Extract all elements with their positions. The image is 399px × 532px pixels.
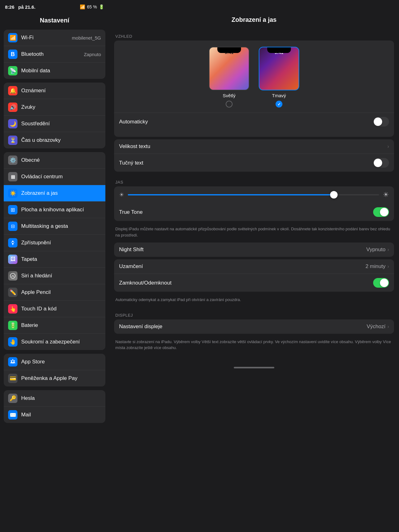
sidebar-item-pencil[interactable]: ✏️ Apple Pencil bbox=[4, 284, 105, 301]
sidebar-item-value: Zapnuto bbox=[84, 52, 101, 57]
bluetooth-icon: B bbox=[8, 50, 17, 59]
moon-icon: 🌙 bbox=[8, 119, 17, 128]
scroll-indicator bbox=[234, 367, 274, 368]
notch bbox=[217, 47, 241, 53]
appstore-icon bbox=[8, 357, 17, 367]
light-radio-circle bbox=[226, 101, 233, 108]
lock-row[interactable]: Uzamčení 2 minuty › bbox=[114, 259, 394, 274]
appearance-option-dark[interactable]: 9:41 Tmavý bbox=[259, 47, 299, 108]
true-tone-knob bbox=[380, 208, 388, 216]
antenna-icon: 📡 bbox=[8, 66, 17, 75]
auto-toggle-knob bbox=[374, 117, 382, 126]
lock-toggle-knob bbox=[380, 279, 388, 287]
sidebar-item-soustredeni[interactable]: 🌙 Soustředění bbox=[4, 116, 105, 132]
sidebar-item-bluetooth[interactable]: B Bluetooth Zapnuto bbox=[4, 46, 105, 63]
sidebar-item-label: Hesla bbox=[21, 395, 101, 401]
battery-icon: 🔋 bbox=[8, 321, 17, 330]
sidebar-item-zobrazeni[interactable]: ☀️ Zobrazení a jas bbox=[4, 185, 105, 202]
text-card: Velikost textu › Tučný text bbox=[114, 139, 394, 172]
sidebar-item-value: mobilenet_5G bbox=[72, 35, 101, 41]
key-icon: 🔑 bbox=[8, 394, 17, 403]
sidebar-item-mobile[interactable]: 📡 Mobilní data bbox=[4, 63, 105, 79]
status-bar: 8:26 på 21.6. 📶 65 % 🔋 bbox=[0, 0, 109, 14]
mail-icon: ✉️ bbox=[8, 410, 17, 419]
display-desc: Nastavte si zobrazení na iPadu. Výběrem … bbox=[109, 336, 399, 355]
sidebar-item-hesla[interactable]: 🔑 Hesla bbox=[4, 390, 105, 407]
appearance-option-light[interactable]: 9:41 Světlý bbox=[209, 47, 249, 108]
battery-icon: 65 % bbox=[87, 4, 97, 9]
wallet-icon: 💳 bbox=[8, 374, 17, 383]
dark-label: Tmavý bbox=[272, 93, 286, 98]
sidebar-item-zpristupneni[interactable]: Zpřístupnění bbox=[4, 235, 105, 251]
auto-row: Automaticky bbox=[114, 113, 394, 131]
sidebar-group-notifications: 🔔 Oznámení 🔊 Zvuky 🌙 Soustředění ⏳ Čas u… bbox=[4, 83, 105, 148]
sidebar-item-label: Zvuky bbox=[21, 104, 101, 110]
sidebar-item-penezenka[interactable]: 💳 Peněženka a Apple Pay bbox=[4, 370, 105, 386]
panel-title: Zobrazení a jas bbox=[109, 0, 399, 28]
sidebar-item-multitasking[interactable]: ⊟ Multitasking a gesta bbox=[4, 218, 105, 235]
brightness-row: ☀ ☀ bbox=[114, 186, 394, 203]
sidebar-item-label: Baterie bbox=[21, 322, 101, 328]
section-label-jas: JAS bbox=[109, 174, 399, 186]
sidebar-item-cas[interactable]: ⏳ Čas u obrazovky bbox=[4, 132, 105, 148]
sidebar-item-label: Plocha a knihovna aplikací bbox=[21, 207, 101, 213]
sidebar-item-tapeta[interactable]: 🖼 Tapeta bbox=[4, 251, 105, 268]
light-preview: 9:41 bbox=[209, 47, 249, 90]
wallpaper-icon: 🖼 bbox=[8, 255, 17, 264]
true-tone-label: True Tone bbox=[119, 209, 143, 215]
display-settings-row[interactable]: Nastavení displeje Výchozí › bbox=[114, 319, 394, 334]
auto-toggle[interactable] bbox=[373, 117, 389, 127]
sidebar-item-oznameni[interactable]: 🔔 Oznámení bbox=[4, 83, 105, 99]
brightness-card: ☀ ☀ True Tone bbox=[114, 186, 394, 221]
sidebar: 8:26 på 21.6. 📶 65 % 🔋 Nastavení 📶 Wi-Fi… bbox=[0, 0, 109, 532]
sidebar-item-plocha[interactable]: ⊞ Plocha a knihovna aplikací bbox=[4, 202, 105, 218]
sidebar-item-touchid[interactable]: 👆 Touch ID a kód bbox=[4, 301, 105, 317]
true-tone-toggle[interactable] bbox=[373, 207, 389, 217]
auto-label: Automaticky bbox=[119, 119, 148, 125]
sidebar-item-label: Apple Pencil bbox=[21, 289, 101, 295]
section-label-vzhled: VZHLED bbox=[109, 28, 399, 41]
chevron-icon: › bbox=[387, 264, 389, 269]
sidebar-item-appstore[interactable]: App Store bbox=[4, 354, 105, 370]
chevron-icon: › bbox=[387, 144, 389, 149]
sidebar-item-label: Wi-Fi bbox=[21, 35, 68, 41]
sidebar-item-label: Siri a hledání bbox=[21, 273, 101, 279]
toggle-icon: ▤ bbox=[8, 172, 17, 181]
brightness-thumb[interactable] bbox=[330, 191, 338, 199]
text-size-label: Velikost textu bbox=[119, 143, 150, 150]
brightness-slider[interactable] bbox=[128, 194, 379, 195]
dark-radio[interactable] bbox=[276, 101, 282, 108]
sidebar-item-label: Ovládací centrum bbox=[21, 174, 101, 180]
chevron-icon: › bbox=[387, 324, 389, 329]
appearance-options: 9:41 Světlý 9:41 Tmavý bbox=[120, 47, 388, 108]
wifi-icon: 📶 bbox=[8, 33, 17, 42]
sidebar-item-obecne[interactable]: ⚙️ Obecné bbox=[4, 152, 105, 169]
night-shift-value: Vypnuto › bbox=[366, 247, 389, 253]
sidebar-item-ovladaci[interactable]: ▤ Ovládací centrum bbox=[4, 169, 105, 185]
sidebar-item-label: Soustředění bbox=[21, 121, 101, 127]
sidebar-item-label: Peněženka a Apple Pay bbox=[21, 375, 101, 381]
text-size-row[interactable]: Velikost textu › bbox=[114, 139, 394, 154]
true-tone-row: True Tone bbox=[114, 203, 394, 221]
sidebar-item-zvuky[interactable]: 🔊 Zvuky bbox=[4, 99, 105, 116]
sidebar-item-mail[interactable]: ✉️ Mail bbox=[4, 407, 105, 423]
sun-large-icon: ☀ bbox=[383, 191, 389, 199]
light-radio[interactable] bbox=[226, 101, 233, 108]
section-label-displej: DISPLEJ bbox=[109, 307, 399, 319]
sidebar-item-wifi[interactable]: 📶 Wi-Fi mobilenet_5G bbox=[4, 30, 105, 46]
access-icon bbox=[8, 238, 17, 247]
sidebar-item-label: Bluetooth bbox=[21, 51, 80, 57]
sidebar-item-label: Zobrazení a jas bbox=[21, 190, 101, 196]
bold-toggle-knob bbox=[374, 159, 382, 167]
battery-fill-icon: 🔋 bbox=[99, 4, 104, 9]
sidebar-item-soukromi[interactable]: 🤚 Soukromí a zabezpečení bbox=[4, 334, 105, 350]
status-time: 8:26 på 21.6. bbox=[5, 4, 36, 10]
sidebar-item-baterie[interactable]: 🔋 Baterie bbox=[4, 317, 105, 334]
lock-toggle[interactable] bbox=[373, 278, 389, 288]
bold-toggle[interactable] bbox=[373, 158, 389, 168]
gear-icon: ⚙️ bbox=[8, 156, 17, 165]
night-shift-row[interactable]: Night Shift Vypnuto › bbox=[114, 242, 394, 257]
fingerprint-icon: 👆 bbox=[8, 304, 17, 314]
sidebar-item-siri[interactable]: Siri a hledání bbox=[4, 268, 105, 284]
sidebar-item-label: Tapeta bbox=[21, 256, 101, 262]
